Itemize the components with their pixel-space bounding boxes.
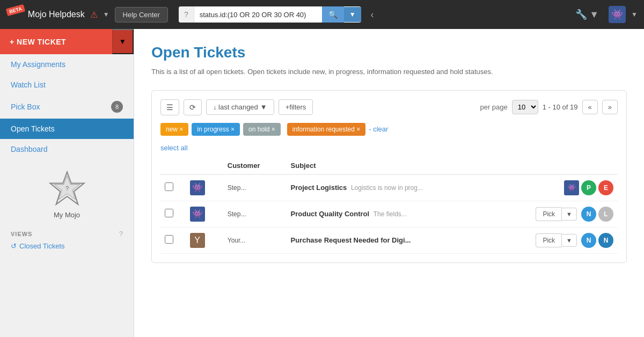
closed-tickets-link[interactable]: ↺ Closed Tickets <box>11 242 123 250</box>
filter-tag-on-hold[interactable]: on hold × <box>243 123 281 136</box>
refresh-icon: ↺ <box>11 242 17 250</box>
my-mojo-section: ? My Mojo <box>0 159 134 230</box>
pick-caret-btn[interactable]: ▼ <box>561 234 577 247</box>
sidebar: + NEW TICKET ▼ My Assignments Watch List… <box>0 29 134 337</box>
pick-caret-btn[interactable]: ▼ <box>561 208 577 221</box>
customer-name: Your... <box>228 237 246 244</box>
main-layout: + NEW TICKET ▼ My Assignments Watch List… <box>0 29 644 337</box>
customer-name: Step... <box>228 184 246 192</box>
svg-text:?: ? <box>65 185 68 192</box>
next-page-btn[interactable]: » <box>602 100 618 114</box>
filter-tag-new[interactable]: new × <box>160 123 188 136</box>
closed-tickets-label: Closed Tickets <box>19 242 65 250</box>
refresh-btn[interactable]: ⟳ <box>184 99 202 115</box>
prev-page-btn[interactable]: « <box>582 100 598 114</box>
user-avatar[interactable]: 👾 <box>609 6 626 23</box>
table-row: 👾 Step... Project Logistics Logistics is… <box>160 174 618 201</box>
per-page-select[interactable]: 10 25 50 <box>512 100 538 114</box>
search-caret-btn[interactable]: ▼ <box>344 7 361 22</box>
ticket-checkbox[interactable] <box>165 209 173 217</box>
new-ticket-btn[interactable]: + NEW TICKET <box>0 29 112 54</box>
row-checkbox-cell <box>160 227 186 253</box>
pagination-info: 1 - 10 of 19 <box>543 103 578 111</box>
ticket-checkbox[interactable] <box>165 235 173 244</box>
col-customer: Customer <box>223 157 287 174</box>
new-ticket-caret-btn[interactable]: ▼ <box>112 29 134 54</box>
list-view-btn[interactable]: ☰ <box>160 99 179 115</box>
views-title: VIEWS <box>11 231 32 237</box>
row-checkbox-cell <box>160 201 186 227</box>
customer-name: Step... <box>228 210 246 218</box>
brand-dropdown-btn[interactable]: ▼ <box>103 11 109 18</box>
subject-desc: The fields... <box>374 210 407 218</box>
sidebar-item-open-tickets[interactable]: Open Tickets <box>0 119 134 139</box>
assignee-avatars: N N <box>581 233 613 248</box>
top-nav: BETA Mojo Helpdesk ⚠ ▼ Help Center ? 🔍 ▼… <box>0 0 644 29</box>
my-mojo-star-icon[interactable]: ? <box>48 170 86 208</box>
main-content: Open Tickets This is a list of all open … <box>134 29 644 337</box>
sidebar-item-my-assignments[interactable]: My Assignments <box>0 54 134 75</box>
assignee-avatars: N L <box>581 207 613 222</box>
subject-title[interactable]: Product Quality Control <box>291 210 370 218</box>
assignee-avatar-1: 👾 <box>564 180 579 195</box>
clear-filters-link[interactable]: - clear <box>369 125 388 133</box>
pixel-avatar-icon: 👾 <box>611 9 623 20</box>
subject-title[interactable]: Purchase Request Needed for Digi... <box>291 236 411 244</box>
wrench-icon: 🔧 <box>575 9 587 20</box>
table-row: 👾 Step... Product Quality Control The fi… <box>160 201 618 227</box>
col-actions <box>492 157 618 174</box>
pick-btn[interactable]: Pick <box>536 233 561 247</box>
row-checkbox-cell <box>160 174 186 201</box>
search-question-icon: ? <box>179 6 194 23</box>
subject-title[interactable]: Project Logistics <box>291 184 347 192</box>
customer-avatar: 👾 <box>190 180 205 195</box>
nav-back-btn[interactable]: ‹ <box>367 7 378 23</box>
avatar-dropdown-btn[interactable]: ▼ <box>631 11 638 18</box>
sort-caret-icon: ▼ <box>260 103 267 111</box>
dashboard-label: Dashboard <box>11 145 48 153</box>
pick-box-badge: 8 <box>111 101 123 113</box>
ticket-checkbox[interactable] <box>165 182 173 191</box>
filters-btn[interactable]: +filters <box>279 99 313 115</box>
page-title: Open Tickets <box>151 44 627 61</box>
filter-tag-info-requested[interactable]: information requested × <box>287 123 365 136</box>
brand-name: Mojo Helpdesk <box>28 10 85 19</box>
settings-btn[interactable]: 🔧 ▼ <box>571 6 603 23</box>
settings-caret: ▼ <box>589 9 599 20</box>
views-header: VIEWS ? <box>11 230 123 238</box>
views-section: VIEWS ? ↺ Closed Tickets <box>0 230 134 250</box>
col-subject: Subject <box>287 157 492 174</box>
filter-tag-in-progress[interactable]: in progress × <box>192 123 240 136</box>
row-subject-cell: Project Logistics Logistics is now in pr… <box>287 174 492 201</box>
sidebar-item-pick-box[interactable]: Pick Box 8 <box>0 95 134 119</box>
open-tickets-label: Open Tickets <box>11 124 55 133</box>
subject-desc: Logistics is now in prog... <box>351 184 423 192</box>
col-checkbox <box>160 157 186 174</box>
table-row: Y Your... Purchase Request Needed for Di… <box>160 227 618 253</box>
pick-btn-group: Pick ▼ <box>536 233 577 247</box>
sort-btn[interactable]: ↓ last changed ▼ <box>206 99 274 115</box>
filter-tags: new × in progress × on hold × informatio… <box>160 123 618 136</box>
row-subject-cell: Product Quality Control The fields... <box>287 201 492 227</box>
pick-btn[interactable]: Pick <box>536 207 561 221</box>
search-btn[interactable]: 🔍 <box>322 6 344 23</box>
row-avatar-cell: 👾 <box>186 201 223 227</box>
toolbar: ☰ ⟳ ↓ last changed ▼ +filters per page 1… <box>160 99 618 115</box>
search-input[interactable] <box>194 7 322 23</box>
pick-btn-group: Pick ▼ <box>536 207 577 221</box>
views-help-icon[interactable]: ? <box>119 230 123 238</box>
row-subject-cell: Purchase Request Needed for Digi... <box>287 227 492 253</box>
alert-icon: ⚠ <box>90 10 98 20</box>
customer-avatar: Y <box>190 233 205 248</box>
select-all-link[interactable]: select all <box>160 144 188 152</box>
help-center-btn[interactable]: Help Center <box>115 7 168 23</box>
assignee-avatar-3: E <box>598 180 613 195</box>
assignee-avatars: 👾 P E <box>496 180 613 195</box>
row-avatar-cell: Y <box>186 227 223 253</box>
customer-avatar: 👾 <box>190 207 205 222</box>
sidebar-item-watch-list[interactable]: Watch List <box>0 75 134 95</box>
page-description: This is a list of all open tickets. Open… <box>151 67 627 77</box>
row-customer-cell: Your... <box>223 227 287 253</box>
my-mojo-label: My Mojo <box>54 211 80 219</box>
sidebar-item-dashboard[interactable]: Dashboard <box>0 139 134 159</box>
